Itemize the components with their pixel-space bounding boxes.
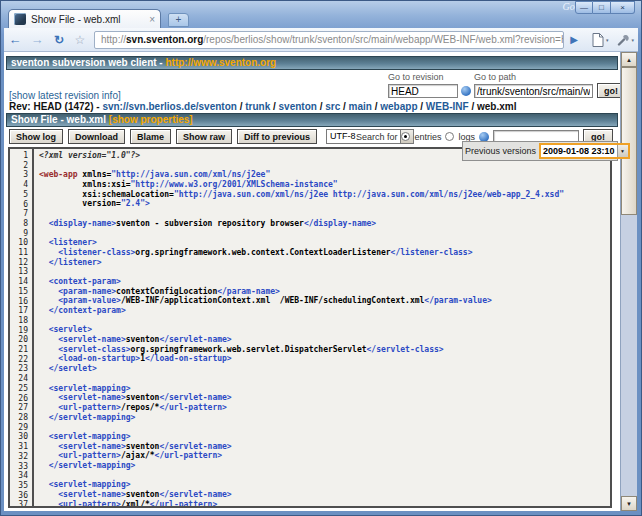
window-controls: — □ × bbox=[575, 1, 635, 14]
action-button-diff-to-previous[interactable]: Diff to previous bbox=[237, 129, 317, 144]
url-path: /repos/berlios/show/trunk/sventon/src/ma… bbox=[203, 34, 564, 45]
forward-icon: → bbox=[31, 32, 44, 47]
line-number: 31 bbox=[10, 442, 28, 452]
code-line: <display-name>sventon - subversion repos… bbox=[39, 219, 610, 229]
code-line: </listener> bbox=[39, 258, 610, 268]
minimize-icon: — bbox=[580, 4, 588, 12]
line-number: 28 bbox=[10, 413, 28, 423]
minimize-button[interactable]: — bbox=[575, 1, 593, 14]
sventon-title: sventon subversion web client bbox=[11, 57, 157, 68]
line-number: 12 bbox=[10, 258, 28, 268]
code-line: <servlet-name>sventon</servlet-name> bbox=[39, 393, 610, 403]
line-number: 32 bbox=[10, 452, 28, 462]
goto-revision-input[interactable] bbox=[388, 84, 458, 98]
reload-button[interactable]: ↻ bbox=[48, 33, 70, 47]
url-protocol: http:// bbox=[101, 34, 126, 45]
breadcrumb-link[interactable]: svn://svn.berlios.de/sventon bbox=[102, 101, 236, 112]
code-line: <listener> bbox=[39, 238, 610, 248]
line-number: 33 bbox=[10, 462, 28, 472]
code-line: xmlns:xsi="http://www.w3.org/2001/XMLSch… bbox=[39, 180, 610, 190]
back-icon: ← bbox=[9, 32, 22, 47]
scroll-up-icon: ▲ bbox=[626, 57, 632, 63]
show-properties-link[interactable]: [show properties] bbox=[109, 114, 193, 125]
code-line bbox=[39, 422, 610, 432]
close-button[interactable]: × bbox=[611, 1, 635, 14]
line-number: 15 bbox=[10, 287, 28, 297]
code-line: <servlet-mapping> bbox=[39, 480, 610, 490]
code-line: <servlet-class>org.springframework.web.s… bbox=[39, 345, 610, 355]
page-scrollbar[interactable]: ▲ ▼ bbox=[620, 52, 637, 511]
show-latest-revision-link[interactable]: [show latest revision info] bbox=[9, 90, 121, 101]
sventon-home-link[interactable]: http://www.sventon.org bbox=[165, 57, 276, 68]
line-number: 19 bbox=[10, 326, 28, 336]
chevron-down-icon: ▾ bbox=[606, 37, 609, 43]
code-line: <servlet-mapping> bbox=[39, 384, 610, 394]
code-line: <servlet> bbox=[39, 325, 610, 335]
action-button-download[interactable]: Download bbox=[68, 129, 125, 144]
page-icon bbox=[592, 33, 604, 47]
line-number: 34 bbox=[10, 471, 28, 481]
line-number: 27 bbox=[10, 403, 28, 413]
action-button-show-log[interactable]: Show log bbox=[9, 129, 63, 144]
breadcrumb-prefix: Rev: HEAD (1472) - bbox=[9, 101, 100, 112]
tools-menu-button[interactable]: ▾ bbox=[617, 33, 635, 46]
bookmark-star-button[interactable]: ☆ bbox=[70, 33, 90, 47]
scrollbar-thumb[interactable] bbox=[621, 67, 637, 215]
breadcrumb-link[interactable]: main bbox=[349, 101, 372, 112]
line-number: 9 bbox=[10, 229, 28, 239]
line-number: 8 bbox=[10, 219, 28, 229]
line-number: 7 bbox=[10, 209, 28, 219]
browser-tab[interactable]: Show File - web.xml × bbox=[8, 9, 161, 28]
line-number: 3 bbox=[10, 170, 28, 180]
help-icon[interactable] bbox=[461, 86, 471, 96]
code-line: </servlet-mapping> bbox=[39, 413, 610, 423]
line-number: 18 bbox=[10, 316, 28, 326]
scroll-up-button[interactable]: ▲ bbox=[621, 52, 637, 67]
breadcrumb-link[interactable]: webapp bbox=[380, 101, 417, 112]
breadcrumb-link[interactable]: trunk bbox=[245, 101, 270, 112]
previous-versions-select[interactable]: 2009-01-08 23:10 ▼ bbox=[539, 143, 630, 159]
go-navigation-button[interactable]: ▶ bbox=[564, 34, 584, 45]
tab-title: Show File - web.xml bbox=[31, 14, 145, 25]
breadcrumb-link[interactable]: WEB-INF bbox=[426, 101, 469, 112]
goto-revision-label: Go to revision bbox=[388, 72, 458, 82]
line-number: 29 bbox=[10, 423, 28, 433]
chevron-down-icon: ▾ bbox=[632, 37, 635, 43]
code-line: version="2.4"> bbox=[39, 199, 610, 209]
line-number: 1 bbox=[10, 151, 28, 161]
entries-radio[interactable] bbox=[401, 132, 410, 141]
code-line: </context-param> bbox=[39, 306, 610, 316]
new-tab-button[interactable]: + bbox=[168, 13, 189, 27]
select-arrow-icon: ▼ bbox=[617, 145, 628, 157]
line-number: 36 bbox=[10, 491, 28, 501]
maximize-button[interactable]: □ bbox=[593, 1, 611, 14]
forward-button[interactable]: → bbox=[26, 32, 48, 47]
action-button-blame[interactable]: Blame bbox=[130, 129, 171, 144]
breadcrumb-links: svn://svn.berlios.de/sventon / trunk / s… bbox=[100, 101, 517, 112]
tab-close-icon[interactable]: × bbox=[149, 14, 155, 25]
breadcrumb-link[interactable]: sventon bbox=[279, 101, 317, 112]
logs-radio-label: logs bbox=[458, 132, 475, 142]
action-button-show-raw[interactable]: Show raw bbox=[176, 129, 232, 144]
goto-path-input[interactable] bbox=[474, 84, 593, 98]
reload-icon: ↻ bbox=[54, 33, 64, 47]
line-number: 5 bbox=[10, 190, 28, 200]
logs-radio[interactable] bbox=[445, 132, 454, 141]
scroll-down-icon: ▼ bbox=[626, 501, 632, 507]
file-content-viewer: 1234567891011121314151617181920212223242… bbox=[8, 147, 612, 508]
page-menu-button[interactable]: ▾ bbox=[592, 33, 609, 47]
browser-toolbar: ← → ↻ ☆ http://svn.sventon.org/repos/ber… bbox=[4, 28, 638, 52]
code-line: <servlet-name>sventon</servlet-name> bbox=[39, 442, 610, 452]
breadcrumb-link[interactable]: src bbox=[325, 101, 340, 112]
xml-source-code: <?xml version="1.0"?> <web-app xmlns="ht… bbox=[34, 149, 610, 506]
code-line: <listener-class>org.springframework.web.… bbox=[39, 248, 610, 258]
scroll-down-button[interactable]: ▼ bbox=[621, 496, 637, 511]
previous-versions-label: Previous versions bbox=[465, 146, 536, 156]
code-line: <param-name>contextConfigLocation</param… bbox=[39, 287, 610, 297]
back-button[interactable]: ← bbox=[4, 32, 26, 47]
address-bar[interactable]: http://svn.sventon.org/repos/berlios/sho… bbox=[94, 31, 564, 49]
line-number: 13 bbox=[10, 267, 28, 277]
help-icon[interactable] bbox=[479, 132, 489, 142]
line-number: 17 bbox=[10, 306, 28, 316]
line-number: 26 bbox=[10, 394, 28, 404]
